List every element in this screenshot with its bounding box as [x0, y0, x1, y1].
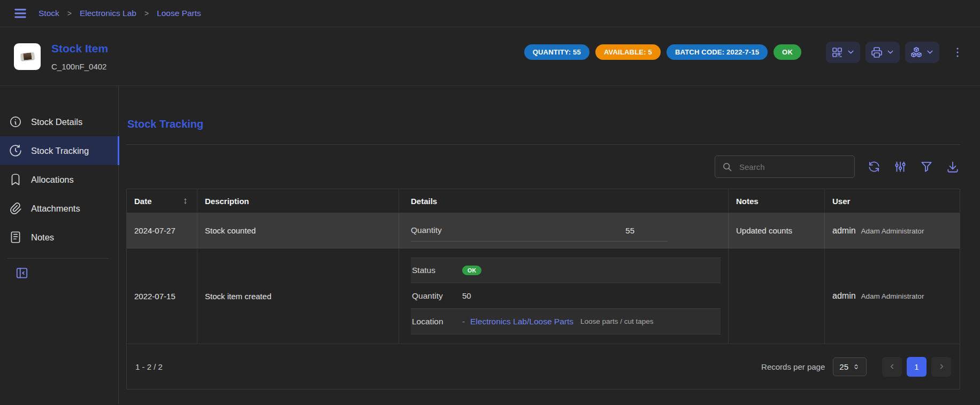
location-link[interactable]: Electronics Lab/Loose Parts [470, 317, 573, 326]
status-badges: QUANTITY: 55 AVAILABLE: 5 BATCH CODE: 20… [524, 44, 801, 60]
details-label: Status [412, 266, 462, 275]
page-1-button[interactable]: 1 [907, 357, 927, 377]
location-description: Loose parts / cut tapes [580, 317, 654, 325]
column-header-label: User [832, 197, 850, 206]
user-full-name: Adam Administrator [861, 227, 924, 235]
sidebar-item-attachments[interactable]: Attachments [0, 194, 118, 223]
page-size-select[interactable]: 25 [833, 357, 867, 376]
content-area: Stock Details Stock Tracking Allocations… [0, 86, 980, 404]
print-actions-button[interactable] [866, 42, 900, 63]
notes-icon [9, 230, 22, 244]
username: admin [832, 291, 856, 301]
refresh-icon[interactable] [867, 159, 882, 174]
download-icon[interactable] [945, 159, 960, 174]
sort-icon[interactable] [181, 197, 189, 205]
stock-tracking-table: Date Description Details Notes User 2024… [126, 189, 960, 390]
breadcrumb-separator: > [144, 9, 149, 18]
username: admin [832, 226, 856, 236]
table-row[interactable]: 2024-07-27 Stock counted Quantity 55 Upd… [127, 213, 960, 248]
paperclip-icon [9, 201, 22, 215]
cell-details: Quantity 55 [399, 213, 729, 248]
capacitor-image [20, 52, 34, 61]
chevron-right-icon [937, 362, 946, 371]
location-dash: - [462, 317, 465, 326]
heading-divider [126, 144, 960, 145]
chevron-down-icon [886, 48, 895, 57]
adjustments-icon[interactable] [893, 159, 908, 174]
status-ok-pill: OK [462, 266, 481, 275]
search-box [715, 155, 855, 178]
pager: 1 [882, 357, 951, 377]
column-header-description[interactable]: Description [197, 189, 399, 213]
details-subtable: Status OK Quantity 50 Location - Electro… [411, 258, 721, 334]
header-actions [826, 42, 966, 63]
cell-user: admin Adam Administrator [825, 213, 960, 248]
selector-icon [852, 363, 860, 371]
stock-cubes-icon [910, 46, 923, 59]
column-header-details[interactable]: Details [399, 189, 729, 213]
sidebar-item-stock-details[interactable]: Stock Details [0, 107, 118, 136]
search-input[interactable] [738, 162, 848, 172]
pagination-controls: Records per page 25 1 [761, 357, 951, 377]
header-right-cluster: QUANTITY: 55 AVAILABLE: 5 BATCH CODE: 20… [524, 42, 966, 63]
column-header-label: Date [134, 197, 152, 206]
column-header-label: Details [411, 197, 437, 206]
sidebar-item-label: Notes [31, 232, 54, 243]
records-per-page-label: Records per page [761, 362, 825, 371]
page-size-value: 25 [839, 362, 848, 371]
previous-page-button[interactable] [882, 357, 902, 377]
details-value: 55 [625, 226, 668, 235]
sidebar-collapse-icon[interactable] [12, 263, 32, 283]
sidebar-item-allocations[interactable]: Allocations [0, 165, 118, 194]
details-label: Quantity [411, 225, 442, 235]
barcode-actions-button[interactable] [826, 42, 860, 63]
record-range: 1 - 2 / 2 [135, 362, 163, 371]
details-label: Quantity [412, 291, 462, 301]
stock-operations-button[interactable] [905, 42, 939, 63]
column-header-user[interactable]: User [825, 189, 960, 213]
sidebar-item-notes[interactable]: Notes [0, 223, 118, 252]
cell-user: admin Adam Administrator [825, 248, 960, 344]
page-title: Stock Item [51, 42, 108, 55]
title-block: Stock Item C_100nF_0402 [51, 42, 108, 71]
cell-date: 2022-07-15 [127, 248, 197, 344]
filter-icon[interactable] [919, 159, 934, 174]
cell-description: Stock counted [197, 213, 399, 248]
status-ok-badge: OK [774, 44, 801, 60]
breadcrumb-loose-parts[interactable]: Loose Parts [157, 9, 201, 18]
sidebar-divider [7, 258, 109, 259]
sidebar-item-stock-tracking[interactable]: Stock Tracking [0, 136, 118, 165]
user-full-name: Adam Administrator [861, 292, 924, 300]
search-icon [722, 161, 733, 173]
toolbar-icons [867, 159, 960, 174]
cell-notes: Updated counts [729, 213, 825, 248]
next-page-button[interactable] [931, 357, 951, 377]
part-name: C_100nF_0402 [51, 62, 108, 71]
breadcrumb-stock[interactable]: Stock [39, 9, 59, 18]
breadcrumb-electronics-lab[interactable]: Electronics Lab [80, 9, 136, 18]
sidebar: Stock Details Stock Tracking Allocations… [0, 86, 119, 404]
breadcrumb-separator: > [67, 9, 72, 18]
column-header-date[interactable]: Date [127, 189, 197, 213]
bookmark-icon [9, 173, 22, 186]
stock-item-thumbnail[interactable] [14, 43, 41, 70]
sidebar-item-label: Allocations [31, 175, 74, 185]
hamburger-menu-icon[interactable] [13, 6, 28, 21]
details-label: Location [412, 317, 462, 326]
more-options-icon[interactable] [949, 44, 966, 61]
table-toolbar [126, 155, 960, 178]
table-row[interactable]: 2022-07-15 Stock item created Status OK … [127, 248, 960, 344]
chevron-down-icon [925, 48, 935, 57]
details-quantity-row: Quantity 55 [411, 220, 668, 242]
history-icon [9, 144, 22, 158]
column-header-notes[interactable]: Notes [729, 189, 825, 213]
details-quantity-row: Quantity 50 [411, 283, 721, 309]
table-footer: 1 - 2 / 2 Records per page 25 [127, 344, 960, 389]
sidebar-item-label: Attachments [31, 204, 80, 214]
main-panel: Stock Tracking [119, 86, 980, 404]
page-header: Stock Item C_100nF_0402 QUANTITY: 55 AVA… [0, 27, 980, 86]
cell-details: Status OK Quantity 50 Location - Electro… [399, 248, 729, 344]
details-status-row: Status OK [411, 258, 721, 283]
details-location-row: Location - Electronics Lab/Loose Parts L… [411, 309, 721, 334]
table-header-row: Date Description Details Notes User [127, 189, 960, 213]
